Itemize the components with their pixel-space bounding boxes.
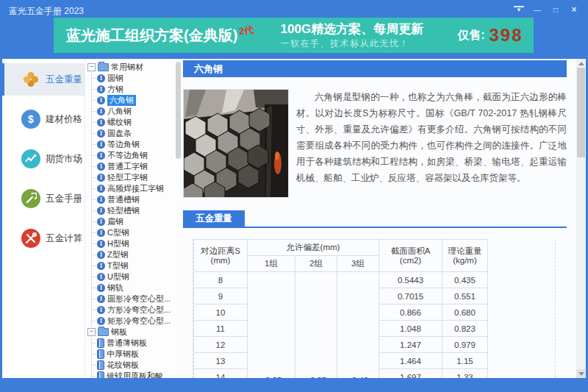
- tolerance-group1-cell: ±0.25: [248, 272, 295, 379]
- tree-item[interactable]: I普通槽钢: [92, 194, 182, 205]
- promo-badge: 2代: [238, 23, 254, 38]
- scroll-up-icon[interactable]: [576, 59, 586, 68]
- tree-item[interactable]: I方形冷弯空心型...: [92, 304, 182, 316]
- promo-subline: 一软在手、技术标从此无忧！: [281, 38, 424, 49]
- close-button[interactable]: ×: [569, 5, 579, 15]
- tree-item[interactable]: I普通工字钢: [92, 161, 182, 172]
- main-menu-icon[interactable]: ▼: [514, 6, 524, 14]
- folder-icon: [98, 63, 109, 71]
- tree-item[interactable]: I圆钢: [92, 73, 182, 84]
- tree-item[interactable]: I八角钢: [92, 106, 182, 117]
- item-icon: I: [97, 96, 105, 104]
- tolerance-group2-cell: ±0.35: [295, 272, 337, 379]
- collapse-icon[interactable]: −: [87, 328, 96, 336]
- item-icon: I: [97, 163, 105, 171]
- item-icon: I: [97, 174, 105, 182]
- tree-item[interactable]: I不等边角钢: [92, 150, 182, 161]
- tree-item[interactable]: 中厚钢板: [92, 349, 182, 360]
- tree-item[interactable]: I方钢: [92, 84, 182, 95]
- tree-item[interactable]: I等边角钢: [92, 139, 182, 150]
- hexagonal-steel-photo: [183, 89, 289, 198]
- spec-table-container: 对边距离S(mm) 允许偏差(mm) 截面面积A(cm2) 理论重量(kg/m): [193, 239, 556, 378]
- sidebar-item-label: 五金手册: [46, 193, 82, 205]
- tree-item-selected[interactable]: I六角钢: [92, 95, 182, 106]
- item-icon: I: [97, 284, 105, 292]
- column-header-tolerance-group: 允许偏差(mm): [248, 240, 379, 256]
- tree-item[interactable]: I螺纹钢: [92, 117, 182, 128]
- item-icon: I: [97, 306, 105, 314]
- tree-item[interactable]: IT型钢: [92, 260, 182, 271]
- price-label: 仅售:: [457, 28, 484, 43]
- tree-item[interactable]: I轻型工字钢: [92, 172, 182, 183]
- tree-item[interactable]: IU型钢: [92, 271, 182, 282]
- sidebar-item-label: 期货市场: [46, 153, 82, 165]
- window-controls: ▼ — □ ×: [514, 5, 579, 15]
- sidebar-item-hardware-weight[interactable]: 五金重量: [2, 63, 85, 96]
- column-header-group3: 3组: [337, 256, 379, 272]
- table-row: 8 ±0.25 ±0.35 ±0.40 0.5443 0.435: [194, 272, 488, 288]
- maximize-button[interactable]: □: [551, 5, 561, 15]
- column-header-section-area: 截面面积A(cm2): [379, 240, 442, 272]
- tree-item[interactable]: 花纹钢板: [92, 360, 182, 371]
- app-window: 五金重量 $ 建材价格 期货市场 五金手册 五金计算 −: [2, 59, 586, 378]
- folder-icon: [98, 328, 109, 336]
- item-icon: I: [97, 229, 105, 237]
- minimize-button[interactable]: —: [532, 5, 542, 15]
- window-title: 蓝光五金手册 2023: [9, 5, 84, 18]
- tree-folder-common-steel[interactable]: − 常用钢材: [85, 62, 182, 73]
- plate-icon: [97, 360, 104, 370]
- tree-item[interactable]: I圆形冷弯空心型...: [92, 293, 182, 304]
- item-icon: I: [97, 107, 105, 115]
- sidebar: 五金重量 $ 建材价格 期货市场 五金手册 五金计算: [2, 59, 85, 378]
- main-scrollbar[interactable]: [576, 59, 586, 378]
- tab-hardware-weight[interactable]: 五金重量: [183, 210, 245, 227]
- item-icon: I: [97, 273, 105, 281]
- dollar-icon: $: [21, 110, 40, 129]
- tolerance-group3-cell: ±0.40: [337, 272, 379, 379]
- column-header-group1: 1组: [248, 256, 295, 272]
- page-title: 六角钢: [183, 60, 567, 77]
- promo-banner[interactable]: 蓝光施工组织方案(金典版)2代 100G精选方案、每周更新 一软在手、技术标从此…: [54, 18, 534, 53]
- item-icon: I: [97, 152, 105, 160]
- tree-item[interactable]: 普通薄钢板: [92, 338, 182, 349]
- tree-item[interactable]: IH型钢: [92, 238, 182, 249]
- sidebar-item-futures-market[interactable]: 期货市场: [2, 143, 85, 175]
- item-icon: I: [97, 207, 105, 215]
- item-icon: I: [97, 185, 105, 193]
- item-description: 六角钢是型钢的一种，也称之为六角棒，截面为正六边形的棒材。以对边长度S为标称尺寸…: [296, 89, 567, 198]
- tree-item[interactable]: I高频焊接工字钢: [92, 183, 182, 194]
- tree-item[interactable]: I钢轨: [92, 282, 182, 293]
- sidebar-item-material-price[interactable]: $ 建材价格: [2, 103, 85, 135]
- item-icon: I: [97, 140, 105, 149]
- tools-icon: [21, 229, 40, 248]
- main-scrollbar-thumb[interactable]: [577, 68, 585, 157]
- clover-icon: [21, 70, 40, 89]
- promo-title: 蓝光施工组织方案(金典版)2代: [66, 26, 254, 46]
- item-icon: I: [97, 129, 105, 138]
- tree-item[interactable]: I圆盘条: [92, 128, 182, 139]
- plate-icon: [97, 371, 104, 378]
- scroll-down-icon[interactable]: [576, 369, 586, 378]
- collapse-icon[interactable]: −: [87, 63, 96, 71]
- sidebar-item-hardware-manual[interactable]: 五金手册: [2, 182, 85, 215]
- column-header-side-distance: 对边距离S(mm): [194, 240, 248, 272]
- tree-scrollbar-thumb[interactable]: [176, 62, 181, 159]
- item-icon: I: [97, 262, 105, 270]
- promo-middle: 100G精选方案、每周更新 一软在手、技术标从此无忧！: [281, 21, 424, 49]
- tree-item[interactable]: I轻型槽钢: [92, 205, 182, 216]
- item-icon: I: [97, 317, 105, 325]
- item-icon: I: [97, 251, 105, 259]
- tree-item[interactable]: IC型钢: [92, 227, 182, 238]
- tree-item[interactable]: IZ型钢: [92, 249, 182, 260]
- sidebar-item-hardware-calculator[interactable]: 五金计算: [2, 222, 85, 254]
- tree-branch-steel-plate: 普通薄钢板 中厚钢板 花纹钢板 镀锌用原板和酸... 鱼尾板: [91, 338, 182, 378]
- column-header-group2: 2组: [295, 256, 337, 272]
- wrench-icon: [21, 189, 40, 208]
- column-header-theoretical-weight: 理论重量(kg/m): [442, 240, 488, 272]
- tree-item[interactable]: 镀锌用原板和酸...: [92, 371, 182, 378]
- tree-item[interactable]: I矩形冷弯空心型...: [92, 316, 182, 327]
- tree-folder-steel-plate[interactable]: − 钢板: [85, 327, 182, 338]
- sidebar-item-label: 五金重量: [46, 74, 82, 86]
- tree-item[interactable]: I扁钢: [92, 216, 182, 227]
- promo-price: 仅售: 398: [457, 25, 523, 46]
